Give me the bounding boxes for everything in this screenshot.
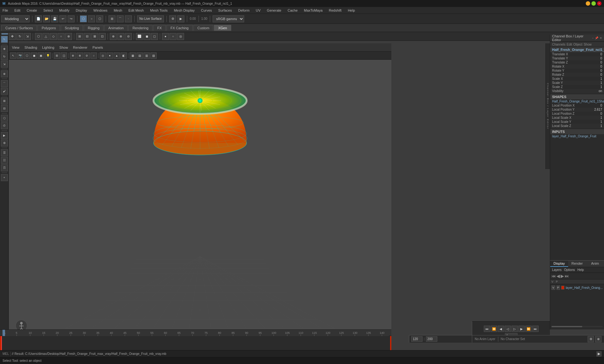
vp-textured-btn[interactable]: ▣ bbox=[38, 52, 44, 59]
vp-select-btn[interactable]: ↖ bbox=[10, 52, 16, 59]
vp-layout4-btn[interactable]: ▧ bbox=[150, 52, 157, 59]
tab-rigging[interactable]: Rigging bbox=[84, 25, 103, 31]
vp-menu-view[interactable]: View bbox=[11, 45, 21, 50]
tab-sculpting[interactable]: Sculpting bbox=[61, 25, 83, 31]
poly-icon-4[interactable]: ○ bbox=[58, 33, 64, 40]
shape-item[interactable]: Half_Fresh_Orange_Fruit_ncl1_1Shape bbox=[550, 99, 604, 103]
rotate-button[interactable]: ↻ bbox=[16, 33, 23, 40]
mesh-icon-2[interactable]: ⊟ bbox=[84, 33, 91, 40]
mesh-icon-1[interactable]: ⊞ bbox=[76, 33, 83, 40]
vp-menu-shading[interactable]: Shading bbox=[23, 45, 38, 50]
cb-edit-menu[interactable]: Edit bbox=[567, 43, 572, 46]
rotate-left-btn[interactable]: ↻ bbox=[1, 53, 8, 60]
vp-lights-btn[interactable]: 💡 bbox=[45, 52, 51, 59]
tab-curves-surfaces[interactable]: Curves / Surfaces bbox=[1, 25, 37, 31]
paint-left-btn[interactable]: 🖌 bbox=[1, 88, 8, 95]
time-ruler[interactable]: 1 5 10 15 20 25 30 35 40 45 50 bbox=[0, 330, 391, 336]
mesh-icon-3[interactable]: ⊠ bbox=[91, 33, 98, 40]
menu-modify[interactable]: Modify bbox=[58, 8, 70, 13]
menu-curves[interactable]: Curves bbox=[200, 8, 213, 13]
menu-file[interactable]: File bbox=[1, 8, 9, 13]
poly-icon-2[interactable]: △ bbox=[42, 33, 49, 40]
range-in-field[interactable] bbox=[411, 336, 422, 342]
cb-pin-btn[interactable]: 📌 bbox=[595, 36, 598, 40]
poly-icon-5[interactable]: ⊕ bbox=[65, 33, 72, 40]
mel-run-btn[interactable]: ▶ bbox=[596, 351, 601, 356]
render-icon-1[interactable]: ● bbox=[162, 33, 169, 40]
mesh-icon-4[interactable]: ⊡ bbox=[99, 33, 106, 40]
menu-mesh-display[interactable]: Mesh Display bbox=[173, 8, 196, 13]
menu-uv[interactable]: UV bbox=[254, 8, 262, 13]
display-icon-1[interactable]: ⬜ bbox=[136, 33, 143, 40]
save-scene-button[interactable]: 💾 bbox=[51, 15, 58, 22]
module-selector[interactable]: Modeling bbox=[1, 15, 30, 22]
cb-expand-btn[interactable]: − bbox=[592, 36, 594, 40]
render-left-btn[interactable]: ▶ bbox=[1, 132, 8, 139]
menu-select[interactable]: Select bbox=[42, 8, 54, 13]
menu-deform[interactable]: Deform bbox=[237, 8, 251, 13]
timeline-content[interactable] bbox=[0, 336, 391, 351]
select-left-btn[interactable]: ↖ bbox=[1, 36, 8, 43]
pb-goto-start-btn[interactable]: ⏮ bbox=[484, 326, 490, 332]
vp-snap-btn[interactable]: ⊕ bbox=[70, 52, 76, 59]
vp-menu-panels[interactable]: Panels bbox=[91, 45, 104, 50]
cb-channels-menu[interactable]: Channels bbox=[552, 43, 565, 46]
dp-nav-prev-prev[interactable]: ⏮ bbox=[551, 273, 556, 279]
dp-nav-next-next[interactable]: ⏭ bbox=[565, 273, 569, 279]
move-left-btn[interactable]: ✥ bbox=[1, 46, 8, 52]
anim-icon-2[interactable]: ⊕ bbox=[595, 336, 601, 342]
paint-select-button[interactable]: ⬡ bbox=[96, 15, 103, 22]
show-left-btn[interactable]: ⊞ bbox=[1, 97, 8, 104]
vp-shadow-btn[interactable]: ◧ bbox=[120, 52, 127, 59]
vp-menu-renderer[interactable]: Renderer bbox=[72, 45, 89, 50]
cb-close-btn[interactable]: ✕ bbox=[600, 36, 602, 40]
menu-display[interactable]: Display bbox=[75, 8, 88, 13]
maximize-button[interactable]: □ bbox=[591, 1, 596, 6]
misc-left-btn3[interactable]: ☶ bbox=[1, 164, 8, 171]
tab-custom[interactable]: Custom bbox=[193, 25, 214, 31]
color-mode-selector[interactable]: sRGB gamma bbox=[213, 15, 244, 22]
open-scene-button[interactable]: 📂 bbox=[43, 15, 50, 22]
snap-icon-3[interactable]: ⊘ bbox=[125, 33, 132, 40]
vp-snap2-btn[interactable]: ⊗ bbox=[77, 52, 83, 59]
vp-layout2-btn[interactable]: ▤ bbox=[137, 52, 143, 59]
render-settings-button[interactable]: ⚙ bbox=[169, 15, 176, 22]
vp-camera-btn[interactable]: 📷 bbox=[17, 52, 23, 59]
vp-grid-btn[interactable]: ⊞ bbox=[54, 52, 60, 59]
dp-options-menu[interactable]: Options bbox=[564, 268, 575, 272]
pb-play-fwd-btn[interactable]: ▷ bbox=[512, 326, 518, 332]
tab-rendering[interactable]: Rendering bbox=[128, 25, 153, 31]
vp-layout-btn[interactable]: ▦ bbox=[130, 52, 136, 59]
menu-edit-mesh[interactable]: Edit Mesh bbox=[127, 8, 145, 13]
xgen-left-btn[interactable]: ⬡ bbox=[1, 115, 8, 122]
pb-prev-frame-btn[interactable]: ⏪ bbox=[491, 326, 497, 332]
menu-redshift[interactable]: Redshift bbox=[327, 8, 343, 13]
misc-left-btn4[interactable]: + bbox=[1, 174, 8, 181]
tab-polygons[interactable]: Polygons bbox=[37, 25, 60, 31]
poly-icon-3[interactable]: ◇ bbox=[50, 33, 57, 40]
layer-p-default[interactable]: P bbox=[556, 285, 560, 290]
tab-fx[interactable]: FX bbox=[153, 25, 166, 31]
menu-maxtomaya[interactable]: MaxToMaya bbox=[303, 8, 324, 13]
display-icon-3[interactable]: ◻ bbox=[151, 33, 158, 40]
anim-icon-1[interactable]: ⚙ bbox=[588, 336, 594, 342]
menu-help[interactable]: Help bbox=[347, 8, 356, 13]
menu-surfaces[interactable]: Surfaces bbox=[217, 8, 233, 13]
vp-menu-show[interactable]: Show bbox=[58, 45, 70, 50]
hide-left-btn[interactable]: ⊟ bbox=[1, 105, 8, 112]
menu-mesh-tools[interactable]: Mesh Tools bbox=[149, 8, 169, 13]
dp-nav-next[interactable]: ▶ bbox=[561, 273, 564, 279]
tab-anim[interactable]: Anim bbox=[586, 261, 604, 267]
dp-help-menu[interactable]: Help bbox=[577, 268, 584, 272]
menu-cache[interactable]: Cache bbox=[286, 8, 299, 13]
menu-mesh[interactable]: Mesh bbox=[112, 8, 123, 13]
cb-object-menu[interactable]: Object bbox=[573, 43, 583, 46]
anim-left-btn[interactable]: ⏱ bbox=[1, 122, 8, 129]
tab-display[interactable]: Display bbox=[550, 261, 568, 267]
render-icon-3[interactable]: ◎ bbox=[177, 33, 184, 40]
vp-aa-btn[interactable]: ▲ bbox=[114, 52, 120, 59]
poly-icon-1[interactable]: ⬡ bbox=[35, 33, 42, 40]
dp-scrollbar[interactable] bbox=[551, 326, 603, 327]
cb-show-menu[interactable]: Show bbox=[584, 43, 591, 46]
tab-xgen[interactable]: XGen bbox=[214, 25, 231, 31]
